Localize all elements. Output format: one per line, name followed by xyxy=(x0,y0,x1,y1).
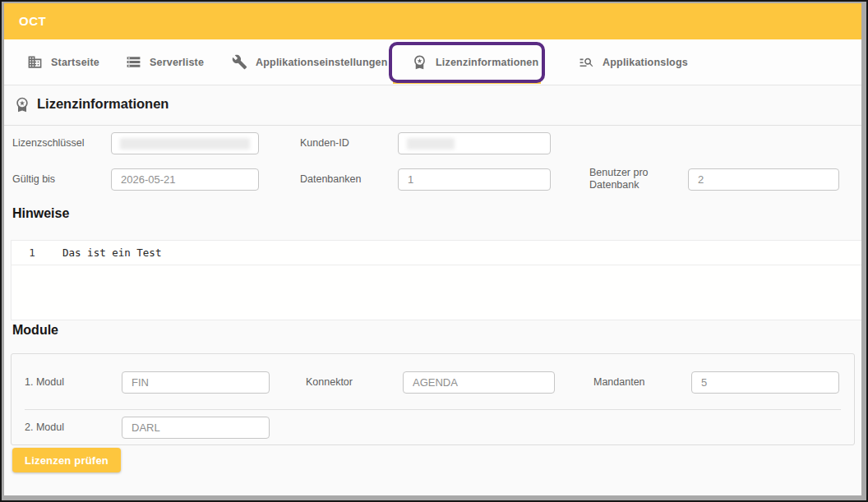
kunden-id-label: Kunden-ID xyxy=(300,132,349,154)
app-window: OCT Startseite Serverliste xyxy=(4,3,861,495)
hinweise-heading: Hinweise xyxy=(12,206,69,221)
window-bezel: OCT Startseite Serverliste xyxy=(2,2,866,500)
module-heading: Module xyxy=(12,323,58,338)
modul1-field[interactable] xyxy=(122,371,270,394)
tab-lizenzinformationen[interactable]: Lizenzinformationen xyxy=(412,39,538,85)
benutzer-pro-datenbank-label: Benutzer pro Datenbank xyxy=(589,167,659,191)
konnektor-field[interactable] xyxy=(403,371,555,394)
app-header: OCT xyxy=(4,3,861,39)
active-tab-underline xyxy=(393,81,541,84)
datenbanken-label: Datenbanken xyxy=(300,168,361,191)
gueltig-bis-label: Gültig bis xyxy=(12,168,55,191)
section-divider xyxy=(4,125,861,126)
kunden-id-field[interactable] xyxy=(398,132,551,154)
screenshot-frame: OCT Startseite Serverliste xyxy=(0,0,868,502)
tab-bar: Startseite Serverliste Applikationseinst… xyxy=(4,39,861,85)
module-box: 1. Modul Konnektor Mandanten 2. Modul xyxy=(11,353,855,445)
modul2-label: 2. Modul xyxy=(25,417,64,439)
tab-label: Lizenzinformationen xyxy=(436,57,538,68)
check-licenses-button[interactable]: Lizenzen prüfen xyxy=(12,448,121,472)
license-page: Lizenzinformationen Lizenzschlüssel Kund… xyxy=(4,85,861,495)
server-list-icon xyxy=(126,54,141,70)
wrench-icon xyxy=(232,54,247,70)
konnektor-label: Konnektor xyxy=(306,371,353,394)
app-title: OCT xyxy=(19,3,46,39)
editor-line-text: Das ist ein Test xyxy=(62,246,161,260)
editor-active-line-underline xyxy=(12,265,861,265)
modul1-label: 1. Modul xyxy=(25,371,64,394)
tab-applikationslogs[interactable]: Applikationslogs xyxy=(579,39,688,85)
datenbanken-field[interactable] xyxy=(398,168,551,191)
tab-serverliste[interactable]: Serverliste xyxy=(126,39,204,85)
redacted-value xyxy=(407,138,455,150)
tab-startseite[interactable]: Startseite xyxy=(27,39,99,85)
page-title: Lizenzinformationen xyxy=(37,96,169,112)
ribbon-icon xyxy=(14,96,30,113)
tab-applikationseinstellungen[interactable]: Applikationseinstellungen xyxy=(232,39,388,85)
tab-label: Startseite xyxy=(51,57,99,68)
tab-label: Serverliste xyxy=(150,57,204,68)
modul2-field[interactable] xyxy=(122,417,270,439)
tab-label: Applikationslogs xyxy=(603,57,688,68)
benutzer-pro-datenbank-field[interactable] xyxy=(688,168,839,191)
ribbon-icon xyxy=(412,54,427,70)
editor-line-number: 1 xyxy=(12,246,53,260)
hinweise-editor[interactable]: 1 Das ist ein Test xyxy=(11,240,861,320)
gueltig-bis-field[interactable] xyxy=(111,168,259,191)
mandanten-label: Mandanten xyxy=(593,371,645,394)
tab-label: Applikationseinstellungen xyxy=(256,57,388,68)
redacted-value xyxy=(120,138,250,150)
building-icon xyxy=(27,54,43,70)
mandanten-field[interactable] xyxy=(691,371,839,394)
log-search-icon xyxy=(579,54,594,70)
lizenzschluessel-label: Lizenzschlüssel xyxy=(12,132,85,154)
module-row-divider xyxy=(25,409,841,410)
lizenzschluessel-field[interactable] xyxy=(111,132,259,154)
